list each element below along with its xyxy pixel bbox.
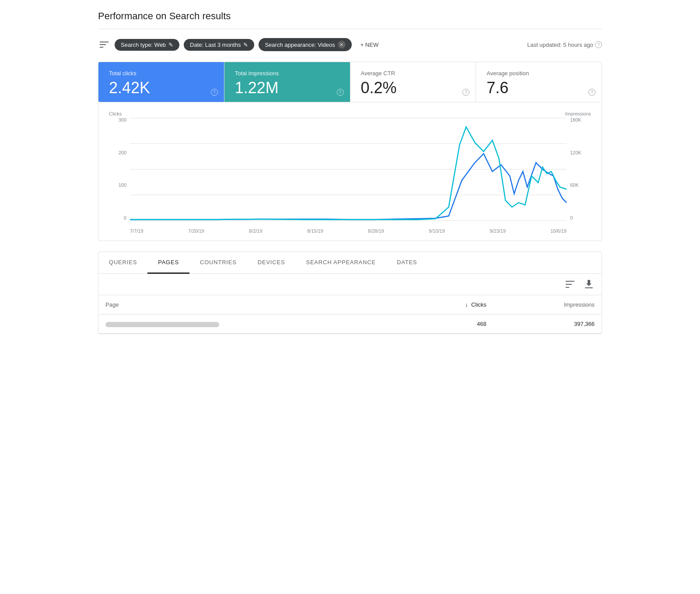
chart-y-right-axis: 180K 120K 60K 0 <box>567 117 591 220</box>
svg-rect-9 <box>566 284 572 285</box>
chart-svg <box>130 118 567 220</box>
y-left-300: 300 <box>119 117 126 122</box>
close-icon[interactable]: ✕ <box>338 41 346 49</box>
total-impressions-label: Total impressions <box>235 70 340 77</box>
avg-position-card[interactable]: Average position 7.6 ? <box>476 62 602 102</box>
tab-dates[interactable]: DATES <box>386 252 427 274</box>
page-cell <box>98 314 408 334</box>
new-filter-button[interactable]: + NEW <box>356 39 383 51</box>
metrics-row: Total clicks 2.42K ? Total impressions 1… <box>98 62 602 102</box>
impressions-cell: 397,366 <box>494 314 602 334</box>
last-updated-help-icon[interactable]: ? <box>595 41 602 48</box>
chart-y-left-title: Clicks <box>109 111 122 116</box>
x-label-7: 10/6/19 <box>550 228 567 234</box>
search-appearance-chip[interactable]: Search appearance: Videos ✕ <box>259 38 351 51</box>
svg-rect-0 <box>100 42 108 42</box>
chart-container: Clicks Impressions 300 200 100 0 180K 12… <box>98 102 602 241</box>
svg-rect-11 <box>585 287 593 288</box>
last-updated-text: Last updated: 5 hours ago ? <box>527 41 602 48</box>
col-clicks[interactable]: ↓ Clicks <box>408 295 494 314</box>
col-page: Page <box>98 295 408 314</box>
download-button[interactable] <box>583 278 595 290</box>
page-title: Performance on Search results <box>98 10 602 29</box>
svg-rect-8 <box>566 281 574 282</box>
svg-rect-10 <box>566 287 569 288</box>
sort-arrow-icon: ↓ <box>465 301 468 308</box>
x-label-2: 8/2/19 <box>249 228 262 234</box>
svg-rect-2 <box>100 47 103 48</box>
new-filter-label: + NEW <box>360 42 379 48</box>
y-left-100: 100 <box>119 182 126 188</box>
avg-ctr-value: 0.2% <box>361 80 466 96</box>
search-appearance-chip-label: Search appearance: Videos <box>265 42 335 48</box>
search-type-chip-label: Search type: Web <box>121 42 166 48</box>
total-impressions-value: 1.22M <box>235 80 340 96</box>
col-clicks-label: Clicks <box>471 301 486 308</box>
total-clicks-card[interactable]: Total clicks 2.42K ? <box>98 62 224 102</box>
table-header-row: Page ↓ Clicks Impressions <box>98 295 602 314</box>
avg-ctr-label: Average CTR <box>361 70 466 77</box>
x-label-6: 9/23/19 <box>490 228 506 234</box>
avg-ctr-help-icon[interactable]: ? <box>462 89 469 96</box>
filter-icon <box>100 42 108 48</box>
chart-x-labels: 7/7/19 7/20/19 8/2/19 8/15/19 8/28/19 9/… <box>130 223 567 234</box>
date-chip-label: Date: Last 3 months <box>190 42 241 48</box>
avg-position-value: 7.6 <box>486 80 591 96</box>
tab-devices[interactable]: DEVICES <box>247 252 296 274</box>
y-right-60k: 60K <box>570 182 579 188</box>
filter-toggle-button[interactable] <box>98 40 110 49</box>
download-icon <box>585 280 593 289</box>
tabs-bar: QUERIES PAGES COUNTRIES DEVICES SEARCH A… <box>98 252 602 274</box>
date-chip[interactable]: Date: Last 3 months ✎ <box>184 39 254 51</box>
col-impressions: Impressions <box>494 295 602 314</box>
x-label-4: 8/28/19 <box>368 228 384 234</box>
tab-countries[interactable]: COUNTRIES <box>189 252 247 274</box>
filter-bar: Search type: Web ✎ Date: Last 3 months ✎… <box>98 38 602 51</box>
tab-search-appearance[interactable]: SEARCH APPEARANCE <box>295 252 386 274</box>
col-page-label: Page <box>105 301 119 308</box>
avg-position-help-icon[interactable]: ? <box>588 89 595 96</box>
edit-icon: ✎ <box>243 42 248 48</box>
avg-ctr-card[interactable]: Average CTR 0.2% ? <box>350 62 476 102</box>
chart-y-left-axis: 300 200 100 0 <box>109 117 130 220</box>
total-impressions-card[interactable]: Total impressions 1.22M ? <box>224 62 350 102</box>
tab-queries[interactable]: QUERIES <box>98 252 147 274</box>
table-toolbar <box>98 274 602 295</box>
data-table: Page ↓ Clicks Impressions <box>98 295 602 334</box>
search-type-chip[interactable]: Search type: Web ✎ <box>115 39 179 51</box>
total-clicks-value: 2.42K <box>109 80 214 96</box>
svg-rect-1 <box>100 44 106 45</box>
chart-y-right-title: Impressions <box>565 111 591 116</box>
y-right-0: 0 <box>570 215 573 220</box>
table-filter-button[interactable] <box>564 279 576 290</box>
table-filter-icon <box>566 281 574 288</box>
x-label-3: 8/15/19 <box>307 228 323 234</box>
col-impressions-label: Impressions <box>564 301 595 308</box>
y-right-180k: 180K <box>570 117 581 122</box>
page-url-bar <box>105 322 219 327</box>
y-right-120k: 120K <box>570 150 581 155</box>
x-label-5: 9/10/19 <box>429 228 445 234</box>
x-label-0: 7/7/19 <box>130 228 144 234</box>
y-left-200: 200 <box>119 150 126 155</box>
total-clicks-label: Total clicks <box>109 70 214 77</box>
total-impressions-help-icon[interactable]: ? <box>337 89 344 96</box>
table-row: 468 397,366 <box>98 314 602 334</box>
avg-position-label: Average position <box>486 70 591 77</box>
edit-icon: ✎ <box>168 42 173 48</box>
y-left-0: 0 <box>124 215 126 220</box>
clicks-cell: 468 <box>408 314 494 334</box>
total-clicks-help-icon[interactable]: ? <box>211 89 218 96</box>
tabs-section: QUERIES PAGES COUNTRIES DEVICES SEARCH A… <box>98 252 602 334</box>
tab-pages[interactable]: PAGES <box>147 252 189 274</box>
chart-plot <box>130 118 567 220</box>
x-label-1: 7/20/19 <box>188 228 204 234</box>
chart-axes-wrapper: Clicks Impressions 300 200 100 0 180K 12… <box>109 111 591 234</box>
